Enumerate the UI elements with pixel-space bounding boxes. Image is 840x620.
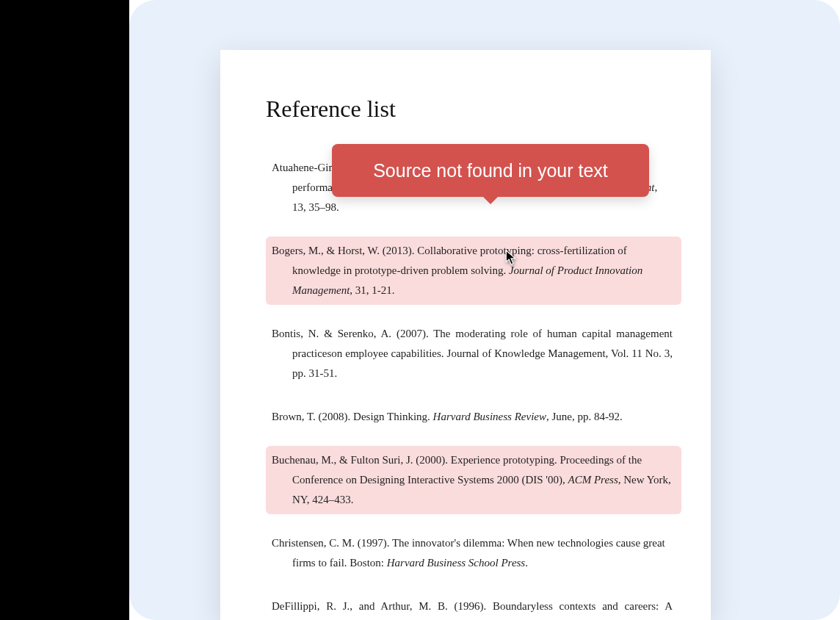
tooltip-text: Source not found in your text [373,160,608,181]
ref-text: Bontis, N. & Serenko, A. (2007). The mod… [272,328,673,379]
document-page: Reference list Atuahene-Gima, K. (1996).… [220,50,711,620]
canvas: Reference list Atuahene-Gima, K. (1996).… [0,0,840,620]
reference-item: DeFillippi, R. J., and Arthur, M. B. (19… [266,592,681,620]
cursor-icon [505,250,518,266]
reference-list: Atuahene-Gima, K. (1996). Differential p… [266,154,681,620]
ref-text-italic: Harvard Business Review [433,411,546,422]
ref-text-pre: Brown, T. (2008). Design Thinking. [272,411,433,422]
reference-item: Brown, T. (2008). Design Thinking. Harva… [266,403,681,431]
ref-text-post: . [525,557,528,569]
error-tooltip: Source not found in your text [332,144,649,197]
ref-text-italic: ACM Press [568,474,618,486]
ref-text-post: , June, pp. 84-92. [546,411,623,422]
reference-item-highlighted[interactable]: Bogers, M., & Horst, W. (2013). Collabor… [266,237,681,305]
ref-text-post: , 31, 1-21. [350,284,394,296]
reference-item: Bontis, N. & Serenko, A. (2007). The mod… [266,320,681,388]
left-mask [0,0,129,620]
ref-text: DeFillippi, R. J., and Arthur, M. B. (19… [272,600,673,620]
document-inner: Reference list Atuahene-Gima, K. (1996).… [220,50,711,620]
reference-item-highlighted[interactable]: Buchenau, M., & Fulton Suri, J. (2000). … [266,446,681,514]
ref-text-italic: Harvard Business School Press [387,557,525,569]
page-title: Reference list [266,95,681,123]
reference-item: Christensen, C. M. (1997). The innovator… [266,529,681,577]
